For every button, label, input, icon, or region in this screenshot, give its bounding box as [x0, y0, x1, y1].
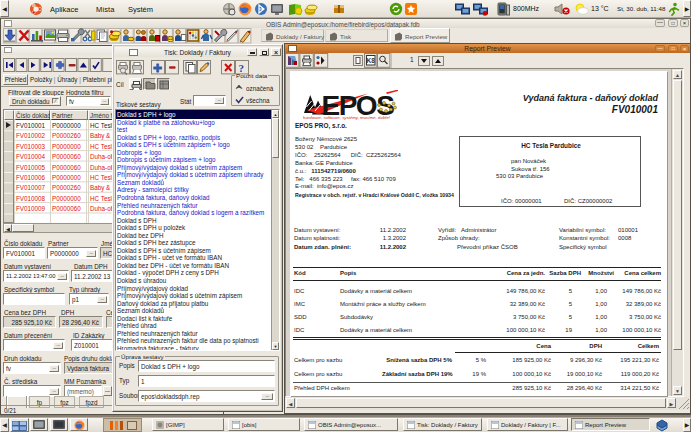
svg-text:1: 1 [410, 56, 414, 63]
svg-text:K8: K8 [367, 57, 376, 64]
